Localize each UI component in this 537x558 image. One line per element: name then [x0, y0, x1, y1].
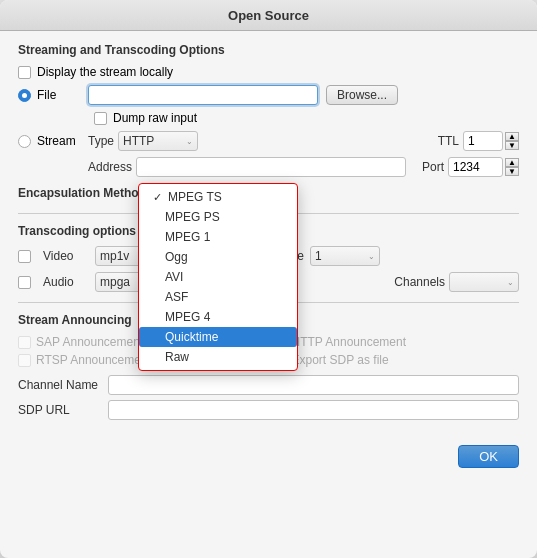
address-row: Address Port ▲ ▼: [18, 157, 519, 177]
dropdown-item-raw[interactable]: Raw: [139, 347, 297, 367]
stream-row: Stream Type HTTP ⌄ TTL ▲ ▼: [18, 131, 519, 151]
export-sdp-label: Export SDP as file: [292, 353, 389, 367]
dump-raw-row: Dump raw input: [94, 111, 519, 125]
dialog-footer: OK: [0, 437, 537, 480]
type-select-arrow: ⌄: [186, 137, 193, 146]
file-input[interactable]: [88, 85, 318, 105]
stream-label: Stream: [37, 134, 76, 148]
dropdown-item-mpeg-4[interactable]: MPEG 4: [139, 307, 297, 327]
dropdown-item-mpeg-ts[interactable]: MPEG TS: [139, 187, 297, 207]
dropdown-item-avi[interactable]: AVI: [139, 267, 297, 287]
ok-button[interactable]: OK: [458, 445, 519, 468]
display-stream-checkbox[interactable]: [18, 66, 31, 79]
stream-radio[interactable]: [18, 135, 31, 148]
dropdown-item-mpeg-1[interactable]: MPEG 1: [139, 227, 297, 247]
video-scale-select[interactable]: 1 ⌄: [310, 246, 380, 266]
sdp-url-input[interactable]: [108, 400, 519, 420]
port-up-button[interactable]: ▲: [505, 158, 519, 167]
sap-checkbox[interactable]: [18, 336, 31, 349]
file-row: File Browse...: [18, 85, 519, 105]
address-input[interactable]: [136, 157, 406, 177]
dialog-window: Open Source Streaming and Transcoding Op…: [0, 0, 537, 558]
http-row: HTTP Announcement: [274, 335, 520, 349]
encapsulation-label: Encapsulation Method: [18, 186, 158, 200]
ttl-input[interactable]: [463, 131, 503, 151]
dropdown-item-mpeg-ps[interactable]: MPEG PS: [139, 207, 297, 227]
display-stream-row: Display the stream locally: [18, 65, 519, 79]
dropdown-item-ogg[interactable]: Ogg: [139, 247, 297, 267]
file-label: File: [37, 88, 56, 102]
dump-raw-label: Dump raw input: [113, 111, 197, 125]
export-sdp-row: Export SDP as file: [274, 353, 520, 367]
port-stepper: ▲ ▼: [505, 158, 519, 176]
sap-label: SAP Announcement: [36, 335, 143, 349]
display-stream-label: Display the stream locally: [37, 65, 173, 79]
audio-channels-select[interactable]: ⌄: [449, 272, 519, 292]
dropdown-item-asf[interactable]: ASF: [139, 287, 297, 307]
audio-channels-label: Channels: [394, 275, 445, 289]
video-label: Video: [43, 249, 95, 263]
http-label: HTTP Announcement: [292, 335, 407, 349]
ttl-stepper: ▲ ▼: [505, 132, 519, 150]
video-scale-arrow: ⌄: [368, 252, 375, 261]
file-radio[interactable]: [18, 89, 31, 102]
video-checkbox[interactable]: [18, 250, 31, 263]
sdp-url-row: SDP URL: [18, 400, 519, 420]
encapsulation-row: Encapsulation Method MPEG TS ⌄ MPEG TS M…: [18, 183, 519, 203]
rtsp-label: RTSP Announcement: [36, 353, 151, 367]
audio-checkbox[interactable]: [18, 276, 31, 289]
channels-arrow: ⌄: [507, 278, 514, 287]
channel-name-label: Channel Name: [18, 378, 108, 392]
port-down-button[interactable]: ▼: [505, 167, 519, 176]
port-label: Port: [422, 160, 444, 174]
dump-raw-checkbox[interactable]: [94, 112, 107, 125]
rtsp-checkbox[interactable]: [18, 354, 31, 367]
channel-name-input[interactable]: [108, 375, 519, 395]
ttl-label: TTL: [438, 134, 459, 148]
browse-button[interactable]: Browse...: [326, 85, 398, 105]
address-label: Address: [88, 160, 132, 174]
audio-label: Audio: [43, 275, 95, 289]
dialog-title: Open Source: [0, 0, 537, 31]
dialog-content: Streaming and Transcoding Options Displa…: [0, 31, 537, 437]
ttl-down-button[interactable]: ▼: [505, 141, 519, 150]
streaming-section-title: Streaming and Transcoding Options: [18, 43, 519, 57]
dropdown-item-quicktime[interactable]: Quicktime: [139, 327, 297, 347]
channel-name-row: Channel Name: [18, 375, 519, 395]
port-input[interactable]: [448, 157, 503, 177]
ttl-up-button[interactable]: ▲: [505, 132, 519, 141]
type-select[interactable]: HTTP ⌄: [118, 131, 198, 151]
type-label: Type: [88, 134, 114, 148]
sdp-url-label: SDP URL: [18, 403, 108, 417]
encapsulation-dropdown: MPEG TS MPEG PS MPEG 1 Ogg AVI ASF MPEG …: [138, 183, 298, 371]
